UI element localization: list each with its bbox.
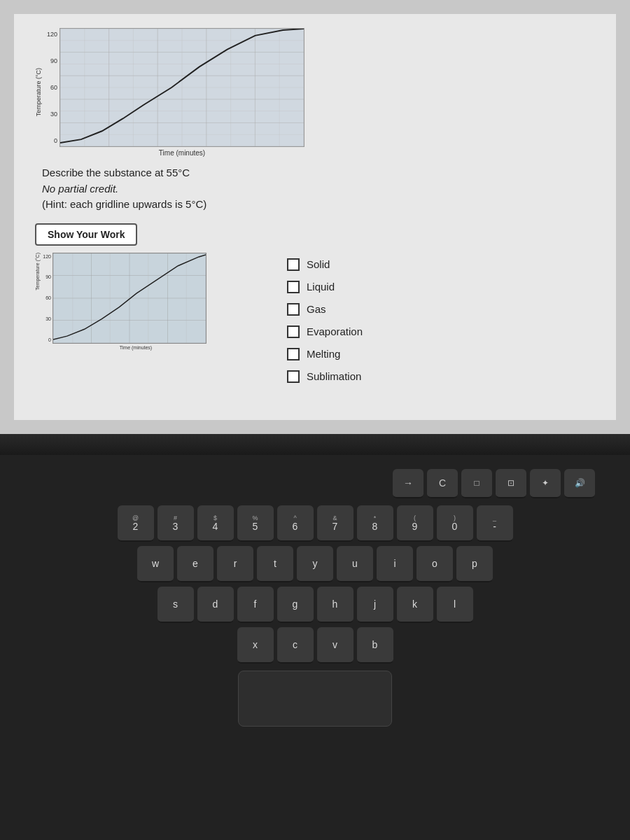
key-arrow-right[interactable]: →: [393, 469, 424, 498]
checkbox-solid[interactable]: [287, 258, 300, 271]
checkbox-sublimation[interactable]: [287, 370, 300, 383]
key-b-char: b: [372, 640, 378, 650]
key-p-char: p: [472, 559, 477, 568]
key-d-char: d: [213, 599, 218, 609]
key-e-char: e: [192, 559, 198, 568]
y-tick-120: 120: [46, 31, 57, 38]
key-t[interactable]: t: [257, 546, 293, 582]
screen-content: Temperature (°C) 120 90 60 30 0: [14, 14, 616, 420]
key-7-main: 7: [332, 522, 338, 531]
y-tick-90: 90: [46, 57, 57, 64]
laptop-screen: Temperature (°C) 120 90 60 30 0: [0, 0, 630, 434]
key-3[interactable]: # 3: [158, 505, 194, 542]
key-f-char: f: [254, 599, 257, 609]
checkbox-melting[interactable]: [287, 348, 300, 360]
key-l[interactable]: l: [437, 587, 473, 623]
key-i[interactable]: i: [377, 546, 413, 582]
key-w-char: w: [152, 559, 159, 568]
mini-chart: [52, 253, 206, 344]
key-b[interactable]: b: [357, 627, 393, 664]
key-c-fn[interactable]: C: [427, 469, 458, 498]
key-u[interactable]: u: [337, 546, 373, 582]
key-k-char: k: [412, 599, 417, 609]
key-2[interactable]: @ 2: [118, 505, 154, 542]
lower-section: Show Your Work Temperature (°C) 120 90 6…: [35, 223, 595, 383]
key-brightness[interactable]: ✦: [530, 469, 561, 498]
key-x[interactable]: x: [237, 627, 274, 664]
qwerty-row: w e r t y u i o p: [21, 546, 609, 582]
key-e[interactable]: e: [177, 546, 214, 582]
key-h-char: h: [332, 599, 338, 609]
fn-row: → C □ ⊡ ✦ 🔊: [21, 469, 609, 498]
mini-y-ticks: 120 90 60 30 0: [41, 253, 52, 344]
key-6[interactable]: ^ 6: [277, 505, 314, 542]
key-0[interactable]: ) 0: [437, 505, 473, 542]
main-chart: [59, 28, 304, 147]
laptop-hinge: [0, 434, 630, 455]
label-sublimation: Sublimation: [307, 370, 361, 382]
question-line2: No partial credit.: [42, 181, 595, 197]
key-minus-main: -: [493, 522, 496, 531]
checkbox-gas[interactable]: [287, 303, 300, 316]
key-minus[interactable]: _ -: [477, 505, 513, 542]
key-f[interactable]: f: [237, 587, 274, 623]
key-g[interactable]: g: [277, 587, 314, 623]
y-tick-labels: 120 90 60 30 0: [44, 28, 59, 147]
option-solid: Solid: [287, 258, 363, 271]
work-section: Show Your Work Temperature (°C) 120 90 6…: [35, 223, 259, 383]
key-square[interactable]: □: [461, 469, 492, 498]
key-o-char: o: [432, 559, 438, 568]
key-v[interactable]: v: [317, 627, 354, 664]
key-p[interactable]: p: [456, 546, 493, 582]
key-s[interactable]: s: [158, 587, 194, 623]
key-h[interactable]: h: [317, 587, 354, 623]
key-d[interactable]: d: [197, 587, 234, 623]
key-y[interactable]: y: [297, 546, 333, 582]
question-section: Describe the substance at 55°C No partia…: [42, 165, 595, 213]
key-r-char: r: [234, 559, 237, 568]
key-9[interactable]: ( 9: [397, 505, 433, 542]
key-x-char: x: [253, 640, 258, 650]
key-v-char: v: [332, 640, 337, 650]
key-8[interactable]: * 8: [357, 505, 393, 542]
key-c-char: c: [293, 640, 298, 650]
mini-chart-svg: [53, 253, 206, 343]
option-gas: Gas: [287, 303, 363, 316]
show-work-button[interactable]: Show Your Work: [35, 223, 137, 246]
option-liquid: Liquid: [287, 281, 363, 293]
option-sublimation: Sublimation: [287, 370, 363, 383]
key-4[interactable]: $ 4: [197, 505, 234, 542]
y-axis-label: Temperature (°C): [35, 68, 42, 116]
question-line1: Describe the substance at 55°C: [42, 165, 595, 181]
key-5[interactable]: % 5: [237, 505, 274, 542]
keyboard-area: → C □ ⊡ ✦ 🔊 @ 2 # 3 $ 4 % 5 ^ 6 & 7: [0, 455, 630, 840]
key-display[interactable]: ⊡: [496, 469, 526, 498]
checkbox-liquid[interactable]: [287, 281, 300, 293]
mini-x-axis-label: Time (minutes): [65, 345, 206, 350]
key-t-char: t: [274, 559, 276, 568]
key-5-main: 5: [253, 522, 258, 531]
key-c[interactable]: c: [277, 627, 314, 664]
y-tick-0: 0: [46, 137, 57, 144]
mini-chart-wrapper: Temperature (°C) 120 90 60 30 0: [35, 253, 206, 350]
checkbox-evaporation[interactable]: [287, 326, 300, 338]
key-y-char: y: [313, 559, 318, 568]
label-gas: Gas: [307, 303, 326, 315]
key-k[interactable]: k: [397, 587, 433, 623]
key-9-main: 9: [412, 522, 418, 531]
key-7[interactable]: & 7: [317, 505, 354, 542]
question-line3: (Hint: each gridline upwards is 5°C): [42, 197, 595, 213]
key-volume[interactable]: 🔊: [564, 469, 595, 498]
trackpad-row: [21, 671, 609, 727]
key-o[interactable]: o: [416, 546, 453, 582]
trackpad[interactable]: [238, 671, 392, 727]
key-s-char: s: [173, 599, 178, 609]
option-evaporation: Evaporation: [287, 326, 363, 338]
key-u-char: u: [352, 559, 358, 568]
y-tick-30: 30: [46, 111, 57, 118]
key-r[interactable]: r: [217, 546, 253, 582]
key-w[interactable]: w: [137, 546, 174, 582]
key-0-main: 0: [452, 522, 458, 531]
key-j[interactable]: j: [357, 587, 393, 623]
key-4-main: 4: [213, 522, 218, 531]
